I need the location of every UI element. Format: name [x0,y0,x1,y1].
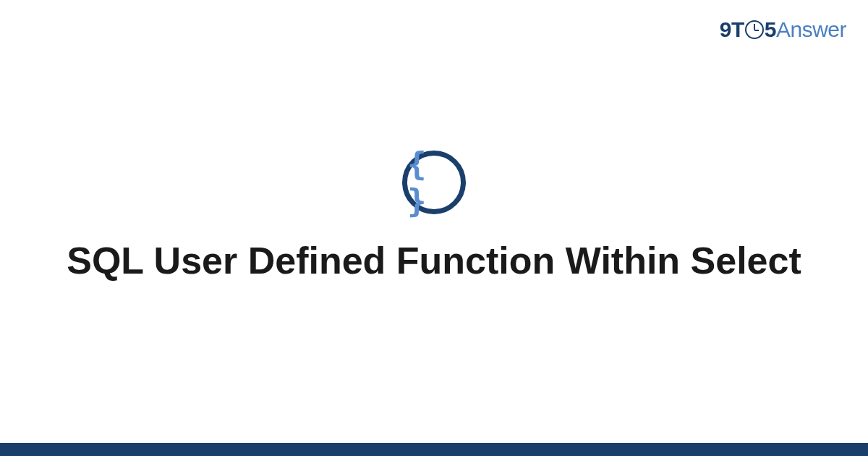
code-braces-icon: { } [402,151,466,214]
main-content: { } SQL User Defined Function Within Sel… [0,0,868,456]
braces-glyph: { } [407,145,461,219]
bottom-accent-bar [0,443,868,456]
page-title: SQL User Defined Function Within Select [67,237,801,284]
